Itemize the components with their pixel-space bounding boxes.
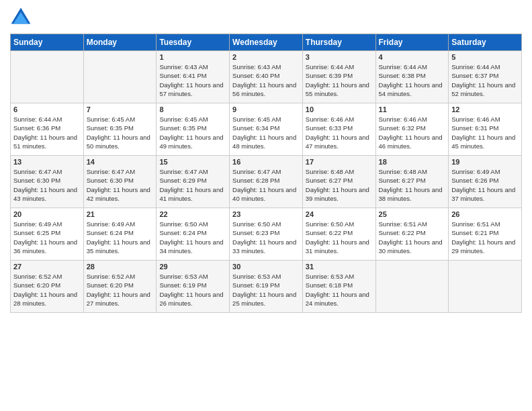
sunset-text: Sunset: 6:27 PM <box>306 176 373 185</box>
weekday-header: Saturday <box>449 34 522 51</box>
day-number: 12 <box>451 105 519 113</box>
day-info: Sunrise: 6:45 AMSunset: 6:34 PMDaylight:… <box>232 115 300 150</box>
calendar-cell: 23Sunrise: 6:50 AMSunset: 6:23 PMDayligh… <box>230 208 303 261</box>
day-info: Sunrise: 6:50 AMSunset: 6:23 PMDaylight:… <box>232 220 300 255</box>
day-info: Sunrise: 6:47 AMSunset: 6:29 PMDaylight:… <box>159 167 226 203</box>
sunset-text: Sunset: 6:41 PM <box>159 71 226 80</box>
day-number: 18 <box>379 158 446 166</box>
calendar-cell: 19Sunrise: 6:49 AMSunset: 6:26 PMDayligh… <box>449 156 522 208</box>
sunset-text: Sunset: 6:22 PM <box>306 228 373 237</box>
weekday-header: Sunday <box>11 34 84 51</box>
calendar-cell: 24Sunrise: 6:50 AMSunset: 6:22 PMDayligh… <box>302 208 375 261</box>
daylight-text: Daylight: 11 hours and 40 minutes. <box>232 185 300 203</box>
sunrise-text: Sunrise: 6:44 AM <box>306 62 373 71</box>
sunrise-text: Sunrise: 6:43 AM <box>232 62 300 71</box>
sunrise-text: Sunrise: 6:49 AM <box>87 220 154 228</box>
sunrise-text: Sunrise: 6:44 AM <box>451 62 519 71</box>
sunrise-text: Sunrise: 6:46 AM <box>306 115 373 124</box>
calendar-cell: 18Sunrise: 6:48 AMSunset: 6:27 PMDayligh… <box>375 156 449 208</box>
sunrise-text: Sunrise: 6:48 AM <box>379 167 446 176</box>
weekday-header: Friday <box>375 34 449 51</box>
day-info: Sunrise: 6:51 AMSunset: 6:22 PMDaylight:… <box>379 220 446 255</box>
day-number: 11 <box>379 105 446 113</box>
calendar-cell: 17Sunrise: 6:48 AMSunset: 6:27 PMDayligh… <box>302 156 375 208</box>
day-number: 26 <box>451 210 519 218</box>
logo-icon <box>10 7 32 28</box>
day-info: Sunrise: 6:53 AMSunset: 6:19 PMDaylight:… <box>232 272 300 308</box>
calendar-cell: 4Sunrise: 6:44 AMSunset: 6:38 PMDaylight… <box>375 51 449 103</box>
day-number: 13 <box>13 158 81 166</box>
sunrise-text: Sunrise: 6:49 AM <box>13 220 81 228</box>
sunrise-text: Sunrise: 6:48 AM <box>306 167 373 176</box>
header <box>10 7 522 28</box>
day-info: Sunrise: 6:50 AMSunset: 6:22 PMDaylight:… <box>306 220 373 255</box>
day-number: 2 <box>232 53 300 61</box>
day-info: Sunrise: 6:43 AMSunset: 6:41 PMDaylight:… <box>159 62 226 98</box>
day-number: 30 <box>232 263 300 271</box>
sunrise-text: Sunrise: 6:47 AM <box>159 167 226 176</box>
sunrise-text: Sunrise: 6:51 AM <box>451 220 519 228</box>
calendar-cell: 16Sunrise: 6:47 AMSunset: 6:28 PMDayligh… <box>230 156 303 208</box>
day-info: Sunrise: 6:52 AMSunset: 6:20 PMDaylight:… <box>87 272 154 308</box>
daylight-text: Daylight: 11 hours and 38 minutes. <box>379 185 446 203</box>
sunset-text: Sunset: 6:23 PM <box>232 228 300 237</box>
daylight-text: Daylight: 11 hours and 27 minutes. <box>87 290 154 308</box>
day-number: 27 <box>13 263 81 271</box>
sunset-text: Sunset: 6:25 PM <box>13 228 81 237</box>
calendar-cell: 28Sunrise: 6:52 AMSunset: 6:20 PMDayligh… <box>83 261 157 313</box>
day-info: Sunrise: 6:49 AMSunset: 6:25 PMDaylight:… <box>13 220 81 255</box>
sunset-text: Sunset: 6:34 PM <box>232 124 300 132</box>
day-number: 4 <box>379 53 446 61</box>
day-info: Sunrise: 6:47 AMSunset: 6:30 PMDaylight:… <box>13 167 81 203</box>
calendar-cell: 27Sunrise: 6:52 AMSunset: 6:20 PMDayligh… <box>11 261 84 313</box>
day-number: 8 <box>159 105 226 113</box>
day-number: 14 <box>87 158 154 166</box>
calendar-week-row: 1Sunrise: 6:43 AMSunset: 6:41 PMDaylight… <box>11 51 522 103</box>
header-row: SundayMondayTuesdayWednesdayThursdayFrid… <box>11 34 522 51</box>
sunset-text: Sunset: 6:20 PM <box>87 281 154 289</box>
sunrise-text: Sunrise: 6:44 AM <box>379 62 446 71</box>
day-info: Sunrise: 6:43 AMSunset: 6:40 PMDaylight:… <box>232 62 300 98</box>
day-number: 25 <box>379 210 446 218</box>
day-number: 21 <box>87 210 154 218</box>
calendar-cell: 26Sunrise: 6:51 AMSunset: 6:21 PMDayligh… <box>449 208 522 261</box>
sunset-text: Sunset: 6:30 PM <box>87 176 154 185</box>
sunrise-text: Sunrise: 6:46 AM <box>451 115 519 124</box>
sunset-text: Sunset: 6:20 PM <box>13 281 81 289</box>
sunset-text: Sunset: 6:19 PM <box>232 281 300 289</box>
day-number: 1 <box>159 53 226 61</box>
day-info: Sunrise: 6:53 AMSunset: 6:18 PMDaylight:… <box>306 272 373 308</box>
calendar-week-row: 20Sunrise: 6:49 AMSunset: 6:25 PMDayligh… <box>11 208 522 261</box>
daylight-text: Daylight: 11 hours and 37 minutes. <box>451 185 519 203</box>
day-number: 5 <box>451 53 519 61</box>
logo <box>10 7 34 28</box>
daylight-text: Daylight: 11 hours and 51 minutes. <box>13 133 81 151</box>
calendar-table: SundayMondayTuesdayWednesdayThursdayFrid… <box>10 34 522 313</box>
sunrise-text: Sunrise: 6:50 AM <box>232 220 300 228</box>
sunset-text: Sunset: 6:35 PM <box>159 124 226 132</box>
sunset-text: Sunset: 6:39 PM <box>306 71 373 80</box>
day-info: Sunrise: 6:49 AMSunset: 6:26 PMDaylight:… <box>451 167 519 203</box>
day-info: Sunrise: 6:44 AMSunset: 6:39 PMDaylight:… <box>306 62 373 98</box>
daylight-text: Daylight: 11 hours and 41 minutes. <box>159 185 226 203</box>
calendar-cell: 2Sunrise: 6:43 AMSunset: 6:40 PMDaylight… <box>230 51 303 103</box>
sunset-text: Sunset: 6:31 PM <box>451 124 519 132</box>
sunrise-text: Sunrise: 6:52 AM <box>87 272 154 281</box>
sunset-text: Sunset: 6:24 PM <box>159 228 226 237</box>
calendar-cell <box>11 51 84 103</box>
calendar-week-row: 13Sunrise: 6:47 AMSunset: 6:30 PMDayligh… <box>11 156 522 208</box>
sunrise-text: Sunrise: 6:50 AM <box>159 220 226 228</box>
sunrise-text: Sunrise: 6:53 AM <box>159 272 226 281</box>
weekday-header: Tuesday <box>157 34 230 51</box>
sunset-text: Sunset: 6:36 PM <box>13 124 81 132</box>
day-info: Sunrise: 6:52 AMSunset: 6:20 PMDaylight:… <box>13 272 81 308</box>
calendar-cell: 6Sunrise: 6:44 AMSunset: 6:36 PMDaylight… <box>11 103 84 156</box>
sunrise-text: Sunrise: 6:45 AM <box>87 115 154 124</box>
sunrise-text: Sunrise: 6:53 AM <box>306 272 373 281</box>
day-info: Sunrise: 6:44 AMSunset: 6:36 PMDaylight:… <box>13 115 81 150</box>
day-number: 10 <box>306 105 373 113</box>
daylight-text: Daylight: 11 hours and 28 minutes. <box>13 290 81 308</box>
sunrise-text: Sunrise: 6:52 AM <box>13 272 81 281</box>
day-info: Sunrise: 6:44 AMSunset: 6:37 PMDaylight:… <box>451 62 519 98</box>
daylight-text: Daylight: 11 hours and 30 minutes. <box>379 238 446 256</box>
